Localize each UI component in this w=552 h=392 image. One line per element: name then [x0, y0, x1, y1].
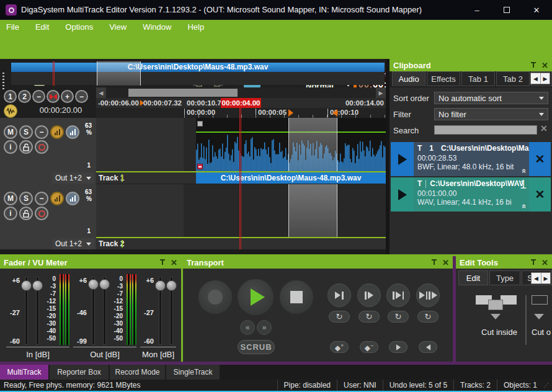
edit-tools-tab-type[interactable]: Type — [489, 270, 520, 285]
cut-inside-tool[interactable]: Cut inside — [474, 292, 524, 341]
toolbar-grip[interactable] — [2, 73, 4, 89]
track2-meter-a-button[interactable] — [50, 192, 64, 205]
next-marker-button[interactable] — [389, 341, 407, 353]
resize-grip-icon[interactable]: ⋰ — [543, 382, 552, 388]
forward-button[interactable]: » — [257, 320, 272, 335]
track2-info-button[interactable]: i — [4, 207, 17, 220]
object-handle-top[interactable] — [197, 121, 203, 127]
clipboard-item-2[interactable]: TC:\Users\nin\Desktop\WAV 00:01:00.00 WA… — [391, 177, 551, 212]
track1-minimize-button[interactable]: − — [35, 125, 48, 139]
playhead[interactable] — [239, 108, 241, 249]
track2-record-button[interactable] — [35, 207, 48, 220]
transport-pin-icon[interactable] — [431, 259, 437, 266]
tab-multitrack[interactable]: MultiTrack — [0, 365, 48, 380]
track1-output-select[interactable]: Out 1+2 — [52, 172, 94, 184]
track2-lock-icon[interactable] — [19, 207, 33, 220]
play-selection-button[interactable] — [386, 283, 410, 307]
close-button[interactable]: ✕ — [522, 0, 551, 20]
scroll-left-icon[interactable]: ◀ — [96, 87, 106, 98]
tab-audio[interactable]: Audio — [392, 71, 425, 86]
tab-2[interactable]: Tab 2 — [496, 71, 530, 86]
scrollbar-thumb[interactable] — [128, 89, 238, 97]
track1-info-button[interactable]: i — [4, 140, 17, 154]
in-knob-right[interactable] — [32, 280, 43, 291]
overview-playhead[interactable] — [53, 61, 55, 86]
mark-out-flag-icon[interactable] — [332, 109, 337, 117]
fader-pin-icon[interactable] — [159, 259, 166, 266]
tab-scroll-right-icon[interactable]: ▶ — [540, 73, 550, 84]
maximize-button[interactable] — [492, 0, 521, 20]
add-marker-button[interactable]: ◆+ — [330, 341, 349, 353]
remove-marker-button[interactable]: ◆− — [360, 341, 378, 353]
menu-edit[interactable]: Edit — [35, 22, 49, 32]
track1-file-bar[interactable]: C:\Users\nin\Desktop\Maus-48.mp3.wav — [196, 172, 386, 184]
track1-solo-button[interactable]: S — [19, 125, 33, 139]
out-knob-left[interactable] — [88, 279, 99, 290]
zoom-preset-1-button[interactable]: 1 — [4, 90, 17, 103]
clipboard-close-icon[interactable]: ✕ — [541, 61, 548, 70]
mark-in-flag-icon[interactable] — [288, 109, 293, 117]
tab-record-mode[interactable]: Record Mode — [110, 365, 165, 380]
edit-tools-close-icon[interactable]: ✕ — [541, 258, 548, 267]
in-knob-left[interactable] — [21, 280, 32, 291]
menu-options[interactable]: Options — [65, 22, 93, 32]
track2-solo-button[interactable]: S — [19, 192, 33, 205]
cut-outside-tool[interactable]: Cut o — [532, 292, 552, 341]
overview-view-window[interactable] — [97, 61, 141, 86]
mon-knob-right[interactable] — [166, 280, 177, 291]
filter-select[interactable]: No filter — [434, 108, 548, 120]
sort-order-select[interactable]: No automatic sort — [434, 92, 548, 104]
clipboard-item-1[interactable]: T1C:\Users\nin\Desktop\Mau 00:00:28.53 B… — [391, 142, 551, 176]
zoom-out-button[interactable]: − — [75, 90, 88, 103]
edit-tools-tab-edit[interactable]: Edit — [458, 270, 488, 285]
search-input[interactable] — [434, 125, 537, 135]
item2-delete-button[interactable]: ✕ — [529, 177, 551, 212]
prev-marker-button[interactable] — [419, 341, 437, 353]
out-knob-right[interactable] — [99, 279, 110, 290]
ruler-values-row[interactable]: -00:00:06.00 00:00:07.32 00:00:10.71 00:… — [96, 98, 386, 108]
track2-mute-button[interactable]: M — [4, 192, 17, 205]
loop-1-button[interactable]: ↻ — [329, 311, 350, 323]
mon-knob-left[interactable] — [155, 280, 166, 291]
item1-collapse-icon[interactable]: « — [520, 169, 529, 173]
record-button[interactable] — [197, 279, 233, 315]
pin-icon[interactable] — [530, 62, 536, 69]
loop-3-button[interactable]: ↻ — [388, 311, 409, 323]
track1-lock-icon[interactable] — [19, 140, 33, 154]
loop-2-button[interactable]: ↻ — [358, 311, 380, 323]
track1-record-button[interactable] — [35, 140, 48, 154]
stop-button[interactable] — [278, 279, 314, 315]
menu-window[interactable]: Window — [143, 22, 171, 32]
play-from-soundhead-button[interactable] — [357, 283, 381, 307]
zoom-preset-2-button[interactable]: 2 — [18, 90, 31, 103]
menu-view[interactable]: View — [109, 22, 127, 32]
item1-delete-button[interactable]: ✕ — [529, 142, 551, 176]
item2-play-button[interactable] — [391, 177, 414, 212]
transport-close-icon[interactable]: ✕ — [442, 258, 449, 267]
overview-band[interactable] — [11, 72, 385, 85]
item2-collapse-icon[interactable]: « — [520, 204, 529, 208]
zoom-in-button[interactable]: + — [61, 90, 74, 103]
play-button[interactable] — [236, 278, 275, 316]
edit-tab-scroll-left-icon[interactable]: ◀ — [532, 273, 541, 283]
track1-meter-b-button[interactable] — [66, 125, 79, 139]
edit-tab-scroll-right-icon[interactable]: ▶ — [541, 273, 550, 283]
track2-meter-b-button[interactable] — [66, 192, 79, 205]
item1-play-button[interactable] — [391, 142, 414, 176]
search-clear-icon[interactable]: ✕ — [540, 123, 548, 133]
scroll-right-icon[interactable]: ▶ — [376, 87, 386, 98]
rewind-button[interactable]: « — [240, 320, 255, 335]
fader-close-icon[interactable]: ✕ — [171, 258, 177, 267]
scrub-button[interactable]: SCRUB — [238, 340, 275, 354]
tab-effects[interactable]: Effects — [427, 71, 460, 86]
tab-reporter-box[interactable]: Reporter Box — [50, 365, 109, 380]
menu-file[interactable]: File — [6, 22, 19, 32]
menu-help[interactable]: Help — [187, 22, 204, 32]
track1-meter-a-button[interactable] — [50, 125, 64, 139]
track2-output-select[interactable]: Out 1+2 — [52, 238, 94, 249]
tab-1[interactable]: Tab 1 — [461, 71, 495, 86]
zoom-minus-button[interactable]: − — [32, 90, 45, 103]
play-around-selection-button[interactable] — [416, 283, 440, 307]
tab-singletrack[interactable]: SingleTrack — [166, 365, 220, 380]
track2-minimize-button[interactable]: − — [35, 192, 48, 205]
